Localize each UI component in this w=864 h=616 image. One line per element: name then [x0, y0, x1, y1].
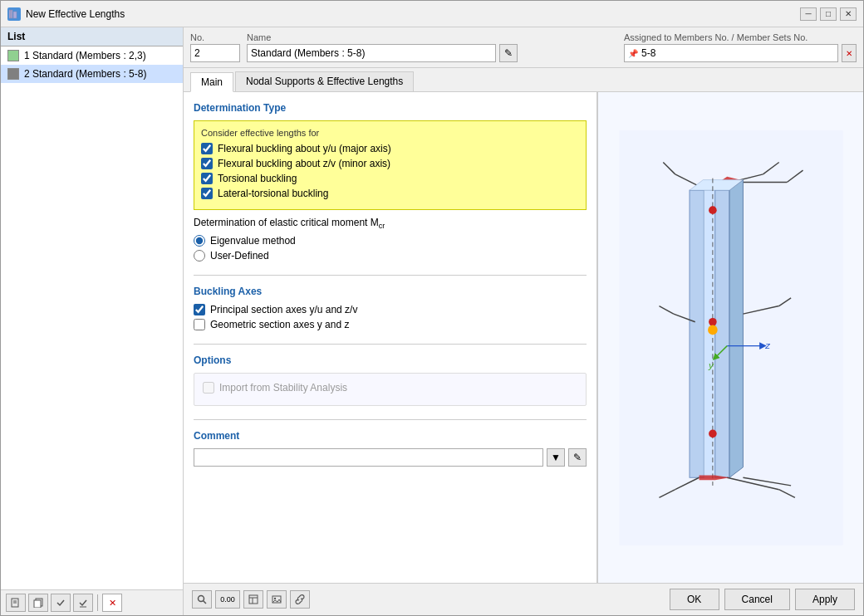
new-button[interactable]	[6, 594, 26, 612]
table-button[interactable]	[243, 590, 263, 609]
radio-eigenvalue-label: Eigenvalue method	[210, 235, 296, 247]
comment-row: ▼ ✎	[194, 448, 587, 467]
list-item-label: 1 Standard (Members : 2,3)	[24, 50, 146, 61]
name-label: Name	[247, 32, 518, 42]
radio-eigenvalue[interactable]: Eigenvalue method	[194, 235, 587, 247]
radio-user-defined[interactable]: User-Defined	[194, 250, 587, 262]
cancel-button[interactable]: Cancel	[724, 589, 790, 610]
preview-panel: z y	[597, 92, 863, 583]
title-bar-left: New Effective Lengths	[7, 7, 125, 21]
assigned-group: Assigned to Members No. / Member Sets No…	[624, 32, 857, 62]
no-field-group: No.	[190, 32, 240, 62]
checkbox-lateral-torsional-label: Lateral-torsional buckling	[218, 188, 328, 199]
tab-nodal[interactable]: Nodal Supports & Effective Lengths	[235, 71, 414, 91]
list-item-color	[7, 68, 19, 80]
title-bar: New Effective Lengths ─ □ ✕	[1, 1, 863, 27]
checkbox-flexural-major[interactable]: Flexural buckling about y/u (major axis)	[201, 143, 579, 154]
tabs-row: Main Nodal Supports & Effective Lengths	[184, 68, 863, 92]
moment-label-row: Determination of elastic critical moment…	[194, 217, 587, 230]
left-panel: List 1 Standard (Members : 2,3) 2 Standa…	[1, 27, 184, 615]
checkbox-torsional-input[interactable]	[201, 173, 213, 184]
structure-preview: z y	[615, 130, 847, 545]
ok-button[interactable]: OK	[670, 589, 719, 610]
name-input[interactable]	[247, 44, 496, 62]
svg-point-25	[709, 429, 717, 438]
checkbox-lateral-torsional[interactable]: Lateral-torsional buckling	[201, 188, 579, 199]
name-edit-button[interactable]: ✎	[499, 44, 518, 62]
divider-3	[194, 419, 587, 420]
check2-button[interactable]	[73, 594, 93, 612]
svg-rect-17	[690, 190, 704, 477]
determination-type-section: Determination Type Consider effective le…	[194, 102, 587, 262]
checkbox-flexural-minor-input[interactable]	[201, 158, 213, 169]
divider-1	[194, 275, 587, 276]
checkbox-flexural-major-input[interactable]	[201, 143, 213, 154]
checkbox-principal-label: Principal section axes y/u and z/v	[210, 304, 357, 315]
main-content: List 1 Standard (Members : 2,3) 2 Standa…	[1, 27, 863, 615]
determination-type-title: Determination Type	[194, 102, 587, 114]
options-section: Options Import from Stability Analysis	[194, 354, 587, 406]
copy-button[interactable]	[28, 594, 48, 612]
checkbox-import-label: Import from Stability Analysis	[219, 382, 347, 394]
checkbox-geometric-label: Geometric section axes y and z	[210, 319, 349, 330]
radio-user-defined-label: User-Defined	[210, 250, 269, 262]
checkbox-lateral-torsional-input[interactable]	[201, 188, 213, 199]
checkbox-principal-input[interactable]	[194, 304, 205, 315]
checkbox-torsional[interactable]: Torsional buckling	[201, 173, 579, 184]
radio-user-defined-input[interactable]	[194, 250, 205, 262]
link-button[interactable]	[290, 590, 310, 609]
no-label: No.	[190, 32, 240, 42]
checkbox-flexural-minor[interactable]: Flexural buckling about z/v (minor axis)	[201, 158, 579, 169]
name-field-group: Name ✎	[247, 32, 518, 62]
checkbox-import-input[interactable]	[203, 382, 214, 394]
buckling-axes-section: Buckling Axes Principal section axes y/u…	[194, 286, 587, 330]
checkbox-import[interactable]: Import from Stability Analysis	[203, 382, 577, 394]
comment-edit-btn[interactable]: ✎	[568, 448, 587, 467]
content-area: Determination Type Consider effective le…	[184, 92, 863, 583]
no-input[interactable]	[190, 44, 240, 62]
comment-dropdown-btn[interactable]: ▼	[547, 448, 565, 467]
assigned-value-display: 📌 5-8	[624, 44, 838, 62]
apply-button[interactable]: Apply	[795, 589, 855, 610]
list-items: 1 Standard (Members : 2,3) 2 Standard (M…	[1, 46, 183, 589]
tab-main[interactable]: Main	[190, 72, 233, 92]
svg-rect-1	[13, 12, 17, 18]
checkbox-principal[interactable]: Principal section axes y/u and z/v	[194, 304, 587, 315]
svg-marker-20	[729, 179, 743, 477]
form-panel: Determination Type Consider effective le…	[184, 92, 597, 583]
assigned-clear-button[interactable]: ✕	[842, 44, 857, 62]
svg-point-23	[709, 206, 717, 214]
toolbar-separator	[97, 594, 98, 611]
svg-line-42	[204, 601, 207, 604]
svg-rect-43	[249, 595, 258, 604]
checkbox-geometric-input[interactable]	[194, 319, 205, 330]
checkbox-torsional-label: Torsional buckling	[218, 173, 297, 184]
delete-button[interactable]: ✕	[102, 594, 122, 612]
right-panel: No. Name ✎ Assigned to Members No. / Mem…	[184, 27, 863, 615]
assigned-pin-icon: 📌	[628, 49, 638, 58]
restore-button[interactable]: □	[820, 7, 837, 21]
comment-section: Comment ▼ ✎	[194, 430, 587, 467]
comment-input[interactable]	[194, 448, 543, 467]
options-title: Options	[194, 354, 587, 366]
list-header: List	[1, 27, 183, 46]
buckling-axes-title: Buckling Axes	[194, 286, 587, 297]
effective-lengths-box: Consider effective lengths for Flexural …	[194, 120, 587, 210]
radio-eigenvalue-input[interactable]	[194, 235, 205, 247]
check1-button[interactable]	[51, 594, 71, 612]
image-button[interactable]	[267, 590, 287, 609]
checkbox-geometric[interactable]: Geometric section axes y and z	[194, 319, 587, 330]
search-button[interactable]	[192, 590, 212, 609]
decimal-button[interactable]: 0.00	[215, 590, 240, 609]
divider-2	[194, 344, 587, 345]
comment-title: Comment	[194, 430, 587, 442]
minimize-button[interactable]: ─	[800, 7, 817, 21]
list-item[interactable]: 2 Standard (Members : 5-8)	[1, 65, 183, 83]
list-item[interactable]: 1 Standard (Members : 2,3)	[1, 46, 183, 65]
checkbox-flexural-minor-label: Flexural buckling about z/v (minor axis)	[218, 158, 390, 169]
left-panel-toolbar: ✕	[1, 589, 183, 615]
assigned-label: Assigned to Members No. / Member Sets No…	[624, 32, 857, 42]
list-item-label: 2 Standard (Members : 5-8)	[24, 68, 146, 80]
close-button[interactable]: ✕	[840, 7, 857, 21]
title-controls: ─ □ ✕	[800, 7, 857, 21]
